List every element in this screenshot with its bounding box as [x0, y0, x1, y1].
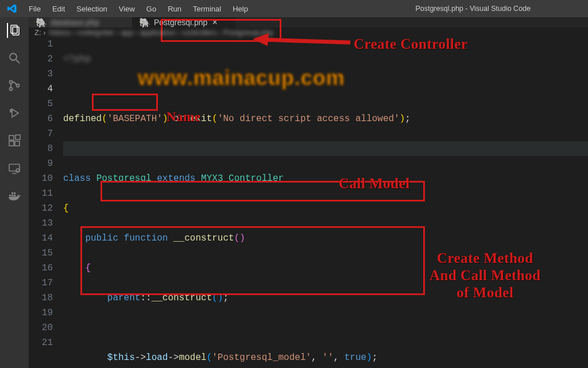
svg-point-6	[17, 84, 20, 87]
main-area: 🐘 database.php 🐘 Postgresql.php × Z: › h…	[0, 17, 588, 368]
title-bar: File Edit Selection View Go Run Terminal…	[0, 0, 588, 17]
tab-label: Postgresql.php	[154, 18, 207, 27]
menu-view[interactable]: View	[114, 2, 140, 16]
svg-point-5	[10, 88, 13, 91]
svg-rect-20	[11, 192, 13, 194]
breadcrumb-path: htdocs › codeigniter › app › application…	[49, 28, 273, 37]
svg-rect-13	[16, 135, 20, 140]
svg-line-3	[16, 60, 20, 63]
menu-terminal[interactable]: Terminal	[188, 2, 226, 16]
svg-rect-11	[9, 141, 14, 146]
svg-point-2	[10, 53, 17, 60]
source-control-icon[interactable]	[7, 78, 22, 93]
svg-rect-0	[11, 25, 17, 33]
vscode-logo-icon	[7, 3, 17, 14]
menu-file[interactable]: File	[24, 2, 45, 16]
editor-tab-inactive[interactable]: 🐘 database.php	[29, 17, 132, 28]
menu-bar: File Edit Selection View Go Run Terminal…	[24, 2, 253, 16]
svg-point-4	[10, 81, 13, 84]
php-file-icon: 🐘	[37, 18, 46, 27]
svg-rect-17	[9, 195, 11, 196]
menu-help[interactable]: Help	[228, 2, 253, 16]
svg-rect-21	[14, 192, 16, 194]
code-content[interactable]: <?php defined('BASEPATH') or exit('No di…	[63, 37, 588, 368]
docker-icon[interactable]	[7, 188, 22, 203]
tab-label: database.php	[51, 18, 99, 27]
svg-rect-10	[9, 135, 14, 140]
editor-area: 🐘 database.php 🐘 Postgresql.php × Z: › h…	[29, 17, 588, 368]
php-file-icon: 🐘	[140, 18, 149, 27]
svg-rect-18	[11, 195, 13, 196]
remote-explorer-icon[interactable]	[7, 161, 22, 176]
line-numbers: 1 2 3 4 5 6 7 8 9 10 11 12 13 14 15 16 1…	[29, 37, 63, 368]
breadcrumb-root: Z: ›	[34, 28, 46, 37]
breadcrumb[interactable]: Z: › htdocs › codeigniter › app › applic…	[29, 28, 588, 37]
tabs-bar: 🐘 database.php 🐘 Postgresql.php ×	[29, 17, 588, 28]
activity-bar	[0, 17, 29, 368]
menu-selection[interactable]: Selection	[72, 2, 111, 16]
svg-marker-7	[12, 109, 18, 117]
close-icon[interactable]: ×	[212, 17, 217, 28]
editor-tab-active[interactable]: 🐘 Postgresql.php ×	[132, 17, 235, 28]
svg-point-8	[10, 110, 12, 111]
svg-rect-12	[15, 141, 20, 146]
extensions-icon[interactable]	[7, 133, 22, 148]
menu-run[interactable]: Run	[163, 2, 186, 16]
svg-point-16	[16, 169, 20, 172]
svg-rect-1	[13, 27, 19, 35]
menu-go[interactable]: Go	[142, 2, 161, 16]
window-title: Postgresql.php - Visual Studio Code	[415, 5, 531, 13]
search-icon[interactable]	[7, 51, 22, 65]
svg-rect-19	[14, 195, 16, 196]
annotation-box-name	[92, 94, 158, 111]
explorer-icon[interactable]	[7, 23, 22, 38]
menu-edit[interactable]: Edit	[48, 2, 69, 16]
svg-rect-14	[9, 164, 20, 171]
run-debug-icon[interactable]	[7, 106, 22, 121]
code-editor[interactable]: 1 2 3 4 5 6 7 8 9 10 11 12 13 14 15 16 1…	[29, 37, 588, 368]
